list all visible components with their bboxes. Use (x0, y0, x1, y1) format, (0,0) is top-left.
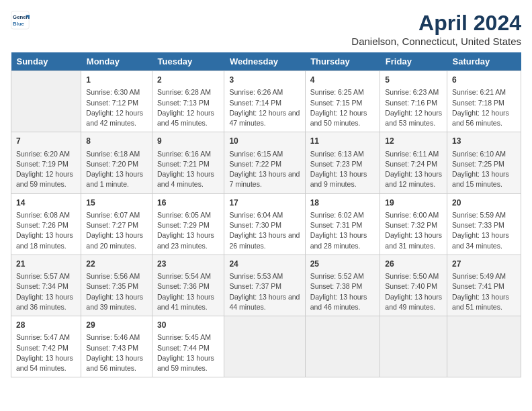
day-info: Sunrise: 5:53 AMSunset: 7:37 PMDaylight:… (229, 271, 300, 312)
sunset-text: Sunset: 7:30 PM (229, 220, 300, 230)
daylight-text: Daylight: 13 hours and 46 minutes. (310, 292, 375, 312)
day-info: Sunrise: 5:54 AMSunset: 7:36 PMDaylight:… (157, 271, 219, 312)
calendar-cell: 8Sunrise: 6:18 AMSunset: 7:20 PMDaylight… (81, 132, 152, 193)
day-info: Sunrise: 6:07 AMSunset: 7:27 PMDaylight:… (86, 210, 147, 251)
calendar-cell: 10Sunrise: 6:15 AMSunset: 7:22 PMDayligh… (224, 132, 305, 193)
day-number: 8 (86, 136, 147, 147)
day-info: Sunrise: 5:57 AMSunset: 7:34 PMDaylight:… (16, 271, 76, 312)
calendar-cell: 18Sunrise: 6:02 AMSunset: 7:31 PMDayligh… (305, 193, 380, 255)
day-info: Sunrise: 6:23 AMSunset: 7:16 PMDaylight:… (385, 87, 442, 128)
weekday-header-wednesday: Wednesday (224, 52, 305, 71)
sunrise-text: Sunrise: 5:49 AM (452, 271, 516, 281)
sunrise-text: Sunrise: 6:30 AM (86, 87, 147, 97)
sunrise-text: Sunrise: 5:50 AM (385, 271, 442, 281)
day-info: Sunrise: 6:20 AMSunset: 7:19 PMDaylight:… (16, 149, 76, 190)
day-info: Sunrise: 6:26 AMSunset: 7:14 PMDaylight:… (229, 87, 300, 128)
sunset-text: Sunset: 7:14 PM (229, 98, 300, 108)
calendar-cell: 1Sunrise: 6:30 AMSunset: 7:12 PMDaylight… (81, 71, 152, 132)
day-number: 20 (452, 197, 516, 209)
daylight-text: Daylight: 13 hours and 15 minutes. (452, 169, 516, 189)
day-number: 23 (157, 259, 219, 270)
header-row: SundayMondayTuesdayWednesdayThursdayFrid… (11, 52, 521, 71)
calendar-cell: 28Sunrise: 5:47 AMSunset: 7:42 PMDayligh… (11, 316, 81, 377)
sunrise-text: Sunrise: 6:21 AM (452, 87, 516, 97)
sunset-text: Sunset: 7:24 PM (385, 159, 442, 169)
calendar-cell: 19Sunrise: 6:00 AMSunset: 7:32 PMDayligh… (380, 193, 447, 255)
calendar-cell: 27Sunrise: 5:49 AMSunset: 7:41 PMDayligh… (447, 255, 521, 316)
day-number: 6 (452, 75, 516, 86)
weekday-header-tuesday: Tuesday (152, 52, 224, 71)
sunset-text: Sunset: 7:31 PM (310, 220, 375, 230)
sunset-text: Sunset: 7:13 PM (157, 98, 219, 108)
sunset-text: Sunset: 7:27 PM (86, 220, 147, 230)
daylight-text: Daylight: 13 hours and 54 minutes. (16, 353, 76, 373)
day-info: Sunrise: 6:28 AMSunset: 7:13 PMDaylight:… (157, 87, 219, 128)
daylight-text: Daylight: 13 hours and 18 minutes. (16, 230, 76, 250)
calendar-cell: 11Sunrise: 6:13 AMSunset: 7:23 PMDayligh… (305, 132, 380, 193)
day-info: Sunrise: 6:04 AMSunset: 7:30 PMDaylight:… (229, 210, 300, 251)
sunrise-text: Sunrise: 5:57 AM (16, 271, 76, 281)
sunset-text: Sunset: 7:29 PM (157, 220, 219, 230)
sunrise-text: Sunrise: 5:53 AM (229, 271, 300, 281)
daylight-text: Daylight: 13 hours and 12 minutes. (385, 169, 442, 189)
day-info: Sunrise: 6:30 AMSunset: 7:12 PMDaylight:… (86, 87, 147, 128)
calendar-row: 14Sunrise: 6:08 AMSunset: 7:26 PMDayligh… (11, 193, 521, 255)
svg-text:Blue: Blue (13, 21, 25, 27)
day-info: Sunrise: 6:11 AMSunset: 7:24 PMDaylight:… (385, 149, 442, 190)
day-info: Sunrise: 5:56 AMSunset: 7:35 PMDaylight:… (86, 271, 147, 312)
day-number: 1 (86, 75, 147, 86)
day-number: 25 (310, 259, 375, 270)
day-info: Sunrise: 5:50 AMSunset: 7:40 PMDaylight:… (385, 271, 442, 312)
calendar-row: 28Sunrise: 5:47 AMSunset: 7:42 PMDayligh… (11, 316, 521, 377)
sunrise-text: Sunrise: 6:18 AM (86, 149, 147, 159)
daylight-text: Daylight: 12 hours and 59 minutes. (16, 169, 76, 189)
day-number: 16 (157, 197, 219, 209)
day-info: Sunrise: 6:10 AMSunset: 7:25 PMDaylight:… (452, 149, 516, 190)
calendar-cell: 25Sunrise: 5:52 AMSunset: 7:38 PMDayligh… (305, 255, 380, 316)
calendar-cell: 30Sunrise: 5:45 AMSunset: 7:44 PMDayligh… (152, 316, 224, 377)
daylight-text: Daylight: 12 hours and 47 minutes. (229, 108, 300, 128)
day-info: Sunrise: 6:13 AMSunset: 7:23 PMDaylight:… (310, 149, 375, 190)
daylight-text: Daylight: 12 hours and 45 minutes. (157, 108, 219, 128)
calendar-cell: 22Sunrise: 5:56 AMSunset: 7:35 PMDayligh… (81, 255, 152, 316)
sunrise-text: Sunrise: 5:46 AM (86, 332, 147, 342)
calendar-cell (11, 71, 81, 132)
calendar-cell: 5Sunrise: 6:23 AMSunset: 7:16 PMDaylight… (380, 71, 447, 132)
sunset-text: Sunset: 7:32 PM (385, 220, 442, 230)
calendar-cell: 4Sunrise: 6:25 AMSunset: 7:15 PMDaylight… (305, 71, 380, 132)
sunset-text: Sunset: 7:33 PM (452, 220, 516, 230)
calendar-cell (305, 316, 380, 377)
sunset-text: Sunset: 7:16 PM (385, 98, 442, 108)
calendar-cell: 26Sunrise: 5:50 AMSunset: 7:40 PMDayligh… (380, 255, 447, 316)
sunset-text: Sunset: 7:22 PM (229, 159, 300, 169)
calendar-cell: 24Sunrise: 5:53 AMSunset: 7:37 PMDayligh… (224, 255, 305, 316)
calendar-cell: 17Sunrise: 6:04 AMSunset: 7:30 PMDayligh… (224, 193, 305, 255)
daylight-text: Daylight: 13 hours and 26 minutes. (229, 230, 300, 250)
sunset-text: Sunset: 7:42 PM (16, 343, 76, 353)
day-info: Sunrise: 5:49 AMSunset: 7:41 PMDaylight:… (452, 271, 516, 312)
day-number: 10 (229, 136, 300, 147)
sunset-text: Sunset: 7:26 PM (16, 220, 76, 230)
logo: General Blue General Blue (11, 11, 30, 30)
sunset-text: Sunset: 7:44 PM (157, 343, 219, 353)
daylight-text: Daylight: 13 hours and 56 minutes. (86, 353, 147, 373)
daylight-text: Daylight: 13 hours and 4 minutes. (157, 169, 219, 189)
page-title: April 2024 (351, 11, 521, 36)
calendar-cell: 6Sunrise: 6:21 AMSunset: 7:18 PMDaylight… (447, 71, 521, 132)
daylight-text: Daylight: 13 hours and 36 minutes. (16, 292, 76, 312)
sunrise-text: Sunrise: 6:28 AM (157, 87, 219, 97)
calendar-cell: 15Sunrise: 6:07 AMSunset: 7:27 PMDayligh… (81, 193, 152, 255)
day-info: Sunrise: 6:00 AMSunset: 7:32 PMDaylight:… (385, 210, 442, 251)
sunrise-text: Sunrise: 6:23 AM (385, 87, 442, 97)
calendar-cell: 13Sunrise: 6:10 AMSunset: 7:25 PMDayligh… (447, 132, 521, 193)
calendar-cell (447, 316, 521, 377)
page-subtitle: Danielson, Connecticut, United States (351, 36, 521, 47)
calendar-row: 1Sunrise: 6:30 AMSunset: 7:12 PMDaylight… (11, 71, 521, 132)
daylight-text: Daylight: 13 hours and 31 minutes. (385, 230, 442, 250)
sunset-text: Sunset: 7:40 PM (385, 281, 442, 291)
sunset-text: Sunset: 7:35 PM (86, 281, 147, 291)
sunrise-text: Sunrise: 6:08 AM (16, 210, 76, 220)
sunrise-text: Sunrise: 5:59 AM (452, 210, 516, 220)
day-number: 12 (385, 136, 442, 147)
day-number: 3 (229, 75, 300, 86)
